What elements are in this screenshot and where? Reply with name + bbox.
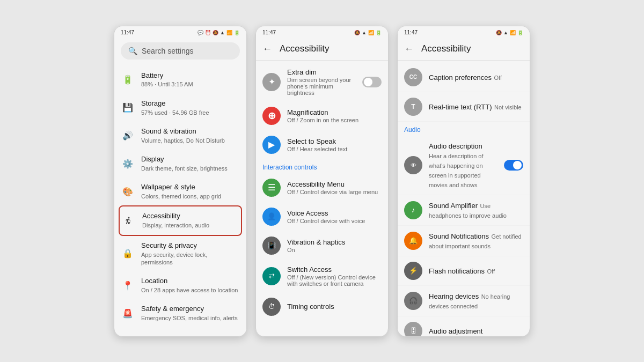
audio-description-title: Audio description [429, 142, 482, 150]
storage-title: Storage [141, 99, 209, 108]
wifi-icon: ▲ [220, 30, 225, 35]
accessibility-list-3: CC Caption preferences Off T Real-time t… [398, 61, 530, 336]
acc-item-rtt[interactable]: T Real-time text (RTT) Not visible [398, 92, 530, 122]
mute-icon3: 🔕 [496, 30, 502, 35]
phone2: 11:47 🔕 ▲ 📶 🔋 ← Accessibility ✦ Extra di… [255, 26, 389, 337]
svg-point-0 [128, 217, 130, 218]
acc-item-hearing-devices[interactable]: 🎧 Hearing devices No hearing devices con… [398, 286, 530, 316]
display-title: Display [141, 155, 228, 164]
acc-item-caption-prefs[interactable]: CC Caption preferences Off [398, 63, 530, 92]
wifi-icon2: ▲ [362, 30, 367, 35]
search-bar[interactable]: 🔍 Search settings [121, 42, 240, 60]
vibration-title: Vibration & haptics [287, 238, 382, 246]
hearing-devices-title: Hearing devices [429, 292, 479, 300]
acc-item-extra-dim[interactable]: ✦ Extra dim Dim screen beyond your phone… [256, 63, 388, 101]
accessibility-list-2: ✦ Extra dim Dim screen beyond your phone… [256, 61, 388, 336]
acc-item-acc-menu[interactable]: ☰ Accessibility Menu Off / Control devic… [256, 173, 388, 202]
battery-sub: 88% · Until 3:15 AM [141, 80, 193, 88]
audio-description-toggle[interactable] [504, 160, 523, 171]
rtt-title: Real-time text (RTT) [429, 103, 492, 111]
switch-access-title: Switch Access [287, 265, 382, 274]
settings-item-location[interactable]: 📍 Location On / 28 apps have access to l… [114, 271, 246, 299]
display-icon: ⚙️ [122, 158, 134, 169]
wallpaper-sub: Colors, themed icons, app grid [141, 193, 221, 200]
acc-item-switch-access[interactable]: ⇄ Switch Access Off / (New version) Cont… [256, 260, 388, 292]
battery-icon: 🔋 [122, 74, 134, 86]
extra-dim-toggle[interactable] [362, 77, 382, 87]
settings-item-security[interactable]: 🔒 Security & privacy App security, devic… [114, 236, 246, 271]
audio-adjustment-icon: 🎛 [404, 322, 422, 336]
time-3: 11:47 [404, 29, 418, 35]
audio-description-sub: Hear a description of what's happening o… [429, 153, 484, 188]
hearing-devices-icon: 🎧 [404, 292, 422, 310]
status-icons-2: 🔕 ▲ 📶 🔋 [354, 30, 382, 35]
acc-item-select-speak[interactable]: ▶ Select to Speak Off / Hear selected te… [256, 130, 388, 159]
audio-description-icon: 👁 [404, 156, 422, 174]
battery-icon3: 🔋 [517, 30, 523, 35]
accessibility-header-2: ← Accessibility [256, 38, 388, 61]
acc-item-timing[interactable]: ⏱ Timing controls [256, 292, 388, 321]
phone3: 11:47 🔕 ▲ 📶 🔋 ← Accessibility CC Caption… [397, 26, 530, 337]
flash-notifications-title: Flash notifications [429, 267, 485, 275]
acc-item-flash-notifications[interactable]: ⚡ Flash notifications Off [398, 256, 530, 286]
acc-item-sound-amplifier[interactable]: ♪ Sound Amplifier Use headphones to impr… [398, 195, 530, 226]
switch-access-icon: ⇄ [262, 267, 281, 285]
settings-item-display[interactable]: ⚙️ Display Dark theme, font size, bright… [114, 150, 246, 178]
section-audio-label: Audio [398, 122, 530, 136]
status-icons-1: 💬 ⏰ 🔕 ▲ 📶 🔋 [197, 30, 240, 35]
wifi-icon3: ▲ [503, 30, 508, 35]
safety-sub: Emergency SOS, medical info, alerts [141, 314, 238, 322]
settings-item-battery[interactable]: 🔋 Battery 88% · Until 3:15 AM [114, 66, 246, 94]
acc-item-audio-description[interactable]: 👁 Audio description Hear a description o… [398, 136, 530, 195]
header-title-2: Accessibility [280, 43, 330, 54]
rtt-sub: Not visible [494, 104, 522, 110]
settings-item-storage[interactable]: 💾 Storage 57% used · 54.96 GB free [114, 94, 246, 122]
search-icon: 🔍 [128, 47, 137, 55]
location-sub: On / 28 apps have access to location [141, 286, 238, 294]
back-button-3[interactable]: ← [404, 43, 414, 55]
alarm-icon: ⏰ [205, 30, 211, 35]
acc-item-voice-access[interactable]: 👤 Voice Access Off / Control device with… [256, 202, 388, 231]
rtt-icon: T [404, 98, 422, 116]
phones-container: 11:47 💬 ⏰ 🔕 ▲ 📶 🔋 🔍 Search settings 🔋 Ba… [103, 15, 541, 348]
accessibility-icon [123, 215, 135, 227]
safety-title: Safety & emergency [141, 305, 238, 314]
status-bar-3: 11:47 🔕 ▲ 📶 🔋 [398, 26, 530, 38]
acc-item-vibration[interactable]: 📳 Vibration & haptics On [256, 231, 388, 260]
acc-item-magnification[interactable]: ⊕ Magnification Off / Zoom in on the scr… [256, 101, 388, 130]
display-sub: Dark theme, font size, brightness [141, 165, 228, 172]
battery-icon2: 🔋 [376, 30, 382, 35]
back-button-2[interactable]: ← [262, 43, 272, 55]
acc-item-sound-notifications[interactable]: 🔔 Sound Notifications Get notified about… [398, 226, 530, 256]
wallpaper-icon: 🎨 [122, 186, 134, 197]
acc-menu-sub: Off / Control device via large menu [287, 189, 382, 195]
caption-prefs-sub: Off [494, 75, 502, 81]
flash-notifications-sub: Off [487, 268, 495, 275]
mute-icon: 🔕 [213, 30, 218, 35]
storage-sub: 57% used · 54.96 GB free [141, 109, 209, 116]
phone1: 11:47 💬 ⏰ 🔕 ▲ 📶 🔋 🔍 Search settings 🔋 Ba… [114, 26, 247, 337]
vibration-icon: 📳 [262, 237, 281, 255]
flash-notifications-icon: ⚡ [404, 262, 422, 280]
settings-item-wallpaper[interactable]: 🎨 Wallpaper & style Colors, themed icons… [114, 178, 246, 205]
settings-item-safety[interactable]: 🚨 Safety & emergency Emergency SOS, medi… [114, 299, 246, 327]
voice-access-icon: 👤 [262, 208, 281, 226]
voice-access-sub: Off / Control device with voice [287, 218, 382, 224]
settings-item-accessibility[interactable]: Accessibility Display, interaction, audi… [119, 205, 242, 235]
signal-icon2: 📶 [368, 30, 374, 35]
settings-item-sound[interactable]: 🔊 Sound & vibration Volume, haptics, Do … [114, 122, 246, 150]
time-2: 11:47 [262, 29, 276, 35]
caption-prefs-icon: CC [404, 68, 422, 86]
magnification-icon: ⊕ [262, 107, 281, 125]
accessibility-title: Accessibility [142, 212, 209, 221]
sound-amplifier-icon: ♪ [404, 201, 422, 219]
sound-notifications-title: Sound Notifications [429, 232, 489, 240]
location-icon: 📍 [122, 279, 134, 291]
acc-item-audio-adjustment[interactable]: 🎛 Audio adjustment [398, 316, 530, 336]
whatsapp-icon: 💬 [197, 30, 203, 35]
security-title: Security & privacy [141, 241, 239, 250]
wallpaper-title: Wallpaper & style [141, 183, 221, 192]
settings-list: 🔋 Battery 88% · Until 3:15 AM 💾 Storage … [114, 64, 246, 336]
accessibility-header-3: ← Accessibility [398, 38, 530, 61]
switch-access-sub: Off / (New version) Control device with … [287, 274, 382, 287]
